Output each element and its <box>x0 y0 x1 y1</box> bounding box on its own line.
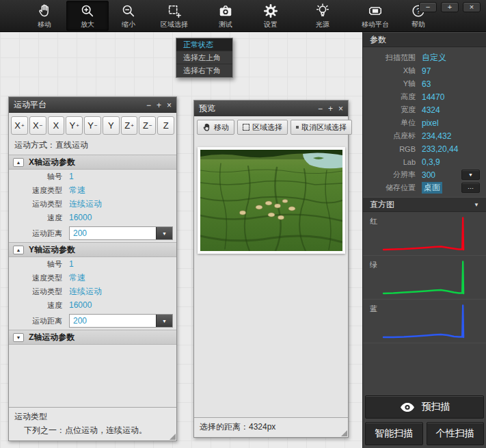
section-header[interactable]: ▼Z轴运动参数 <box>9 330 176 345</box>
axis-button-x-minus[interactable]: X− <box>29 116 46 135</box>
toolbar-item-camera[interactable]: 测试 <box>204 1 247 31</box>
sidebar-empty-area <box>363 343 486 395</box>
param-value: 63 <box>422 79 431 89</box>
window-maximize-button[interactable]: + <box>441 2 459 12</box>
param-label: 单位 <box>363 118 422 128</box>
region-select-button[interactable]: 区域选择 <box>237 120 288 135</box>
panel-close-icon[interactable]: × <box>338 105 343 113</box>
histogram-blue-channel: 蓝 <box>363 300 486 343</box>
smart-scan-button[interactable]: 智能扫描 <box>365 422 423 445</box>
param-label: 轴号 <box>9 172 69 182</box>
panel-close-icon[interactable]: × <box>167 101 172 109</box>
section-title: Y轴运动参数 <box>29 244 75 256</box>
param-value: 连续运动 <box>69 286 102 298</box>
param-label: 速度 <box>9 213 69 223</box>
distance-combobox[interactable]: 200▼ <box>69 314 173 328</box>
param-value: 16000 <box>69 300 92 310</box>
distance-combobox[interactable]: 200▼ <box>69 226 173 240</box>
combobox-value: 200 <box>70 315 156 327</box>
button-label: 移动 <box>214 122 229 133</box>
axis-button-z-plus[interactable]: Z+ <box>121 116 138 135</box>
preview-photo-frame[interactable] <box>198 147 345 254</box>
param-row: 分辨率300▼ <box>363 168 486 181</box>
panel-maximize-icon[interactable]: + <box>157 101 161 109</box>
panel-maximize-icon[interactable]: + <box>328 105 333 113</box>
chevron-down-icon[interactable]: ▼ <box>156 227 172 239</box>
param-label: 点座标 <box>363 131 422 141</box>
param-value: 97 <box>422 66 431 76</box>
toolbar-item-label: 缩小 <box>122 20 135 29</box>
menu-item[interactable]: 选择右下角 <box>176 64 232 77</box>
chevron-up-icon[interactable]: ▲ <box>13 246 24 254</box>
param-value: 4324 <box>422 105 440 115</box>
window-close-button[interactable]: × <box>463 2 481 12</box>
axis-button-x[interactable]: X <box>48 116 65 135</box>
resize-handle[interactable] <box>170 434 176 440</box>
param-row: Lab0,3,9 <box>363 155 486 168</box>
param-row: X轴97 <box>363 64 486 77</box>
param-row: 宽度4324 <box>363 103 486 116</box>
chevron-up-icon[interactable]: ▲ <box>13 158 24 167</box>
toolbar-item-platform[interactable]: 移动平台 <box>354 1 396 31</box>
region-select-icon <box>243 124 249 131</box>
axis-button-y-minus[interactable]: Y− <box>84 116 101 135</box>
move-button[interactable]: 移动 <box>197 120 234 135</box>
panel-minimize-icon[interactable]: − <box>318 105 323 113</box>
menu-item[interactable]: 正常状态 <box>176 38 232 51</box>
histogram-title: 直方图 <box>370 199 394 211</box>
axis-button-z-minus[interactable]: Z− <box>139 116 156 135</box>
window-minimize-button[interactable]: − <box>419 2 437 12</box>
toolbar-item-gear[interactable]: 设置 <box>249 1 292 31</box>
toolbar-item-region-select[interactable]: 区域选择 <box>153 1 195 31</box>
custom-scan-button[interactable]: 个性扫描 <box>427 422 485 445</box>
param-value: 234,432 <box>422 131 451 141</box>
toolbar-item-zoom-out[interactable]: 缩小 <box>107 1 150 31</box>
section-header[interactable]: ▲X轴运动参数 <box>9 155 176 170</box>
cancel-region-icon <box>296 126 299 129</box>
param-value: 16000 <box>69 213 92 222</box>
platform-icon <box>368 3 383 19</box>
chevron-down-icon[interactable]: ▼ <box>461 170 480 180</box>
motion-platform-panel: 运动平台 − + × X+X−XY+Y−YZ+Z−Z 运动方式：直线运动 ▲X轴… <box>8 96 177 441</box>
chevron-down-icon[interactable]: ▼ <box>13 333 24 342</box>
zoom-in-icon <box>80 3 95 19</box>
toolbar-item-label: 移动平台 <box>362 20 389 29</box>
prescan-button[interactable]: 预扫描 <box>365 395 484 419</box>
button-label: 区域选择 <box>252 122 282 133</box>
chevron-down-icon[interactable]: ▼ <box>156 315 172 327</box>
toolbar-item-label: 区域选择 <box>161 20 188 29</box>
panel-minimize-icon[interactable]: − <box>146 101 151 109</box>
preview-panel-header[interactable]: 预览 − + × <box>194 101 348 116</box>
param-value: pixel <box>422 118 439 128</box>
toolbar-item-hand[interactable]: 移动 <box>23 1 66 31</box>
histogram-curve <box>383 262 463 294</box>
histogram-section-header: 直方图 ▼ <box>363 197 486 212</box>
axis-button-y[interactable]: Y <box>103 116 120 135</box>
toolbar-item-label: 帮助 <box>411 20 425 29</box>
param-label: 速度类型 <box>9 185 69 196</box>
section-title: X轴运动参数 <box>29 157 75 168</box>
resize-handle[interactable] <box>341 430 347 436</box>
toolbar-item-label: 设置 <box>264 20 278 29</box>
motion-panel-header[interactable]: 运动平台 − + × <box>9 97 176 113</box>
param-row: 速度16000 <box>9 298 176 312</box>
section-title: Z轴运动参数 <box>29 332 75 343</box>
param-label: 分辨率 <box>363 170 422 180</box>
browse-button[interactable]: ··· <box>461 183 480 193</box>
section-header[interactable]: ▲Y轴运动参数 <box>9 242 176 257</box>
axis-button-y-plus[interactable]: Y+ <box>66 116 83 135</box>
param-label: 高度 <box>363 92 422 102</box>
param-label: 运动距离 <box>9 228 69 239</box>
axis-button-z[interactable]: Z <box>157 116 174 135</box>
chevron-down-icon[interactable]: ▼ <box>474 202 479 208</box>
menu-item[interactable]: 选择左上角 <box>176 51 232 64</box>
param-label: Y轴 <box>363 79 422 89</box>
toolbar-item-zoom-in[interactable]: 放大 <box>66 1 109 31</box>
cancel-region-button[interactable]: 取消区域选择 <box>291 120 352 135</box>
params-title: 参数 <box>370 34 386 46</box>
right-sidebar: 参数 扫描范围自定义X轴97Y轴63高度14470宽度4324单位pixel点座… <box>362 32 486 448</box>
param-row: 运动类型连续运动 <box>9 285 176 298</box>
toolbar-item-bulb[interactable]: 光源 <box>301 1 344 31</box>
axis-button-x-plus[interactable]: X+ <box>11 116 28 135</box>
param-label: X轴 <box>363 66 422 76</box>
